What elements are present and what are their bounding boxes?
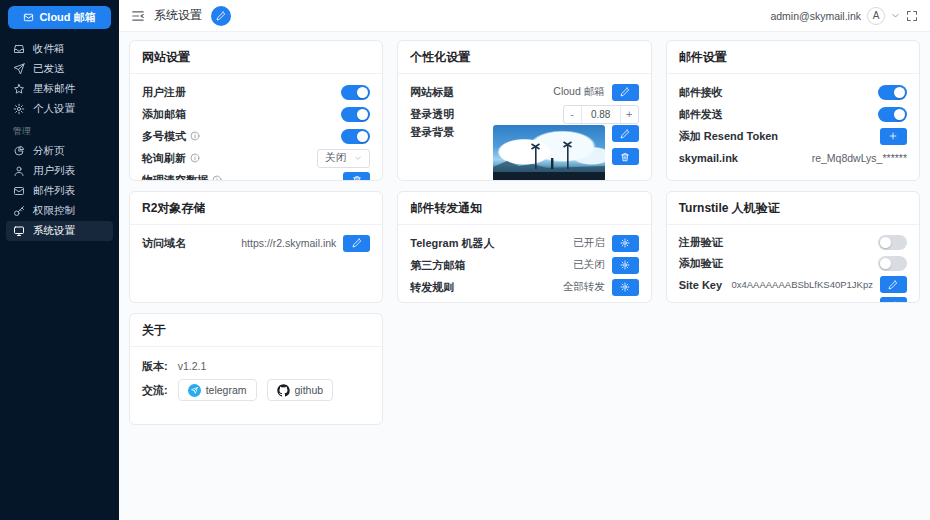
mail-send-toggle[interactable]: [878, 107, 907, 122]
sidebar-item-personal-settings[interactable]: 个人设置: [6, 99, 113, 119]
edit-site-title-button[interactable]: [612, 84, 639, 101]
telegram-settings-button[interactable]: [612, 235, 639, 252]
user-register-toggle[interactable]: [341, 85, 370, 100]
gear-icon: [620, 260, 630, 270]
add-mailbox-toggle[interactable]: [341, 107, 370, 122]
row-secret-key: Secret Key 0x4AAAAAAABSb******: [679, 295, 907, 303]
card-title: 关于: [130, 314, 382, 347]
mail-icon: [13, 185, 25, 197]
telegram-icon: [188, 384, 201, 397]
delete-background-button[interactable]: [612, 148, 639, 165]
stepper-minus-button[interactable]: -: [564, 106, 581, 123]
settings-grid: 网站设置 用户注册 添加邮箱 多号模式 轮询刷新 关闭: [119, 32, 930, 520]
login-opacity-value[interactable]: 0.88: [581, 106, 621, 123]
field-label: 用户注册: [142, 85, 186, 100]
sidebar-item-sent[interactable]: 已发送: [6, 59, 113, 79]
row-multi-account: 多号模式: [142, 125, 370, 147]
chevron-down-icon[interactable]: [891, 11, 900, 20]
avatar[interactable]: A: [867, 7, 885, 25]
forward-rule-status: 全部转发: [563, 280, 605, 294]
pie-chart-icon: [13, 145, 25, 157]
row-forward-rule: 转发规则 全部转发: [410, 276, 638, 298]
edit-secret-key-button[interactable]: [880, 297, 907, 303]
mail-receive-toggle[interactable]: [878, 85, 907, 100]
sidebar-item-label: 个人设置: [33, 102, 75, 116]
sidebar-item-inbox[interactable]: 收件箱: [6, 39, 113, 59]
add-resend-token-button[interactable]: [880, 128, 907, 145]
sidebar-item-mail-list[interactable]: 邮件列表: [6, 181, 113, 201]
purge-data-button[interactable]: [343, 172, 370, 182]
pencil-icon: [352, 238, 362, 248]
card-mail-settings: 邮件设置 邮件接收 邮件发送 添加 Resend Token skymail.i…: [666, 40, 920, 181]
fullscreen-icon[interactable]: [906, 10, 918, 22]
site-title-value: Cloud 邮箱: [553, 85, 604, 99]
polling-refresh-select[interactable]: 关闭: [317, 149, 370, 168]
row-third-party-mailbox: 第三方邮箱 已关闭: [410, 254, 638, 276]
field-label: Telegram 机器人: [410, 236, 494, 251]
sidebar-item-starred[interactable]: 星标邮件: [6, 79, 113, 99]
version-label: 版本:: [142, 359, 168, 374]
field-label: 转发规则: [410, 280, 454, 295]
field-label: 注册验证: [679, 235, 723, 250]
card-forward-notify: 邮件转发通知 Telegram 机器人 已开启 第三方邮箱 已关闭: [397, 191, 651, 303]
sidebar-item-label: 权限控制: [33, 204, 75, 218]
resend-token-value: re_Mq8dwLys_******: [812, 152, 907, 164]
logo-label: Cloud 邮箱: [39, 10, 95, 25]
login-background-image[interactable]: [493, 125, 605, 181]
version-value: v1.2.1: [178, 360, 207, 372]
topbar: 系统设置 admin@skymail.ink A: [119, 0, 930, 32]
row-add-verify: 添加验证: [679, 253, 907, 274]
card-title: R2对象存储: [130, 192, 382, 225]
info-icon: [190, 153, 200, 163]
row-login-opacity: 登录透明 - 0.88 +: [410, 103, 638, 125]
third-party-status: 已关闭: [573, 258, 605, 272]
sidebar-item-system-settings[interactable]: 系统设置: [6, 221, 113, 241]
trash-icon: [352, 175, 362, 181]
star-icon: [13, 83, 25, 95]
row-add-resend-token: 添加 Resend Token: [679, 125, 907, 147]
edit-title-button[interactable]: [211, 6, 231, 26]
row-mail-send: 邮件发送: [679, 103, 907, 125]
third-party-settings-button[interactable]: [612, 257, 639, 274]
mail-logo-icon: [23, 12, 34, 23]
sidebar-item-label: 用户列表: [33, 164, 75, 178]
register-verify-toggle[interactable]: [878, 235, 907, 250]
card-personalization: 个性化设置 网站标题 Cloud 邮箱 登录透明 - 0.88 +: [397, 40, 651, 181]
github-link-label: github: [295, 384, 324, 396]
info-icon: [190, 131, 200, 141]
field-label: 第三方邮箱: [410, 258, 465, 273]
telegram-link-button[interactable]: telegram: [178, 379, 257, 401]
sidebar: Cloud 邮箱 收件箱 已发送 星标邮件 个人设置 管理 分析页 用户列表: [0, 0, 119, 520]
add-verify-toggle[interactable]: [878, 256, 907, 271]
forward-rule-settings-button[interactable]: [612, 279, 639, 296]
plus-icon: [888, 131, 898, 141]
inbox-icon: [13, 43, 25, 55]
secret-key-value: 0x4AAAAAAABSb******: [773, 300, 873, 303]
row-add-mailbox: 添加邮箱: [142, 103, 370, 125]
sidebar-collapse-icon[interactable]: [131, 9, 145, 23]
sidebar-item-label: 已发送: [33, 62, 65, 76]
row-login-background: 登录背景: [410, 125, 638, 181]
scenery-silhouette: [493, 125, 605, 181]
logo-button[interactable]: Cloud 邮箱: [8, 6, 111, 29]
row-telegram-bot: Telegram 机器人 已开启: [410, 232, 638, 254]
github-link-button[interactable]: github: [267, 379, 334, 401]
site-key-value: 0x4AAAAAAABSbLfKS40P1JKpz: [731, 279, 873, 290]
sidebar-item-label: 系统设置: [33, 224, 75, 238]
row-purge-data: 物理清空数据: [142, 169, 370, 181]
card-turnstile: Turnstile 人机验证 注册验证 添加验证 Site Key 0x4AAA…: [666, 191, 920, 303]
stepper-plus-button[interactable]: +: [621, 106, 638, 123]
edit-background-button[interactable]: [612, 125, 639, 142]
edit-site-key-button[interactable]: [880, 276, 907, 293]
main-area: 系统设置 admin@skymail.ink A 网站设置 用户注册 添加邮箱: [119, 0, 930, 520]
telegram-status: 已开启: [573, 236, 605, 250]
multi-account-toggle[interactable]: [341, 129, 370, 144]
sidebar-item-label: 星标邮件: [33, 82, 75, 96]
send-icon: [13, 63, 25, 75]
edit-r2-domain-button[interactable]: [343, 235, 370, 252]
sidebar-item-users[interactable]: 用户列表: [6, 161, 113, 181]
field-label: 添加 Resend Token: [679, 129, 778, 144]
pencil-icon: [620, 87, 630, 97]
sidebar-item-permissions[interactable]: 权限控制: [6, 201, 113, 221]
sidebar-item-analytics[interactable]: 分析页: [6, 141, 113, 161]
